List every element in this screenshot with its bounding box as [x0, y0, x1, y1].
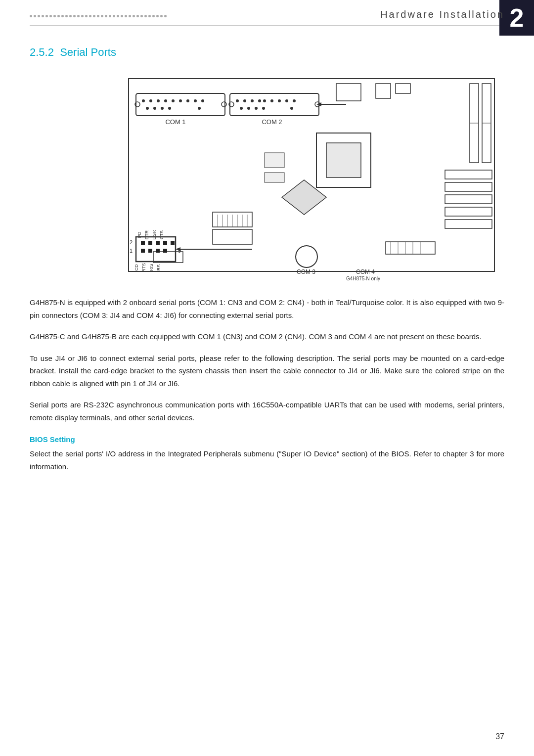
- svg-point-29: [247, 107, 250, 110]
- svg-rect-67: [141, 249, 145, 253]
- svg-text:DSR: DSR: [152, 230, 157, 240]
- svg-rect-0: [129, 79, 494, 271]
- svg-point-17: [222, 102, 226, 107]
- svg-rect-68: [148, 249, 152, 253]
- paragraph-3: To use JI4 or JI6 to connect external se…: [30, 352, 504, 390]
- svg-rect-70: [163, 249, 167, 253]
- svg-point-12: [153, 107, 156, 110]
- svg-text:PD: PD: [137, 231, 142, 238]
- svg-text:CTS: CTS: [159, 230, 164, 239]
- svg-marker-50: [282, 180, 326, 215]
- svg-text:CD: CD: [134, 264, 139, 270]
- svg-rect-52: [213, 229, 252, 244]
- svg-text:DTR: DTR: [144, 230, 149, 239]
- svg-point-15: [198, 107, 201, 110]
- svg-point-23: [263, 99, 266, 102]
- svg-rect-63: [148, 241, 152, 245]
- svg-rect-66: [171, 241, 175, 245]
- svg-point-4: [157, 99, 160, 102]
- bios-body-text: Select the serial ports' I/O address in …: [0, 447, 534, 473]
- bios-setting-title: BIOS Setting: [0, 433, 534, 447]
- svg-point-2: [142, 99, 145, 102]
- svg-text:1: 1: [130, 248, 133, 254]
- svg-point-25: [278, 99, 281, 102]
- svg-point-20: [243, 99, 246, 102]
- svg-rect-47: [445, 220, 492, 228]
- section-title: 2.5.2 Serial Ports: [0, 41, 534, 69]
- svg-text:COM 4: COM 4: [356, 268, 375, 275]
- svg-rect-88: [386, 242, 435, 254]
- svg-point-8: [186, 99, 189, 102]
- svg-point-27: [293, 99, 296, 102]
- svg-point-21: [251, 99, 254, 102]
- svg-point-11: [146, 107, 149, 110]
- svg-point-19: [236, 99, 239, 102]
- svg-point-6: [172, 99, 175, 102]
- svg-rect-94: [376, 84, 391, 98]
- svg-text:COM 1: COM 1: [165, 118, 185, 126]
- svg-text:COM 3: COM 3: [297, 268, 315, 275]
- svg-rect-62: [141, 241, 145, 245]
- diagram-area: COM 1 COM 2: [30, 74, 504, 281]
- header-line: [30, 25, 504, 26]
- body-text: G4H875-N is equipped with 2 onboard seri…: [0, 296, 534, 424]
- svg-point-3: [149, 99, 152, 102]
- svg-text:RS: RS: [156, 265, 161, 271]
- svg-point-31: [262, 107, 265, 110]
- header-bar: Hardware Installation: [0, 0, 534, 25]
- svg-rect-95: [396, 84, 410, 93]
- svg-text:RIS: RIS: [149, 264, 154, 271]
- svg-point-32: [290, 107, 293, 110]
- paragraph-4: Serial ports are RS-232C asynchronous co…: [30, 399, 504, 424]
- svg-rect-97: [265, 153, 284, 168]
- svg-point-24: [270, 99, 273, 102]
- paragraph-1: G4H875-N is equipped with 2 onboard seri…: [30, 296, 504, 321]
- svg-text:G4H875-N  only: G4H875-N only: [346, 276, 380, 281]
- header-dots: [30, 15, 167, 17]
- paragraph-2: G4H875-C and G4H875-B are each equipped …: [30, 330, 504, 343]
- svg-text:2: 2: [130, 239, 133, 245]
- section-heading: 2.5.2 Serial Ports: [30, 46, 504, 59]
- header-title: Hardware Installation: [380, 9, 504, 20]
- svg-text:RTS: RTS: [141, 263, 146, 272]
- svg-rect-49: [326, 143, 361, 178]
- page-container: 2 Hardware Installation 2.5.2 Serial Por…: [0, 0, 534, 756]
- svg-point-13: [161, 107, 164, 110]
- svg-rect-64: [156, 241, 160, 245]
- svg-rect-44: [445, 182, 492, 191]
- svg-rect-96: [336, 84, 361, 101]
- page-number: 37: [495, 732, 504, 741]
- svg-rect-69: [156, 249, 160, 253]
- svg-point-26: [285, 99, 288, 102]
- svg-rect-45: [445, 195, 492, 204]
- svg-rect-65: [163, 241, 167, 245]
- svg-point-22: [258, 99, 261, 102]
- svg-rect-1: [136, 93, 225, 116]
- motherboard-diagram: COM 1 COM 2: [30, 74, 504, 281]
- svg-point-10: [201, 99, 204, 102]
- svg-point-28: [240, 107, 243, 110]
- svg-rect-98: [265, 173, 284, 182]
- svg-rect-43: [445, 170, 492, 179]
- svg-rect-46: [445, 207, 492, 216]
- svg-point-9: [194, 99, 197, 102]
- svg-point-14: [168, 107, 171, 110]
- svg-point-5: [164, 99, 167, 102]
- svg-point-7: [179, 99, 182, 102]
- paragraph-5: Select the serial ports' I/O address in …: [30, 447, 504, 473]
- svg-point-30: [255, 107, 258, 110]
- svg-point-84: [296, 246, 317, 267]
- svg-text:COM 2: COM 2: [262, 118, 282, 126]
- svg-rect-18: [230, 93, 319, 116]
